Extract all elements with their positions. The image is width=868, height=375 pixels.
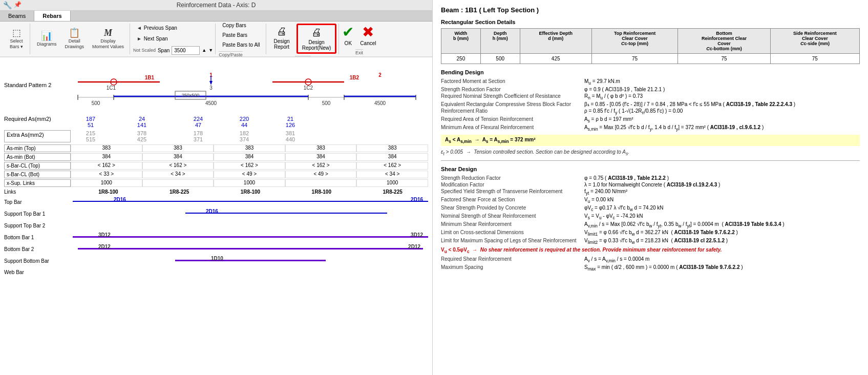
bending-row-4-label: Reinforcement Ratio <box>441 108 584 115</box>
select-bars-icon: ⬚ <box>12 28 21 37</box>
detail-drawings-button[interactable]: 📋 Detail Drawings <box>61 26 88 52</box>
paste-bars-button[interactable]: Paste Bars <box>219 31 251 39</box>
bending-row-1-label: Strength Reduction Factor <box>441 87 584 92</box>
select-bars-button[interactable]: ⬚ Select Bars ▾ <box>5 26 28 52</box>
shear-row-3-label: Factored Shear Force at Section <box>441 197 584 204</box>
span-spinner-up[interactable]: ▲ <box>202 48 206 53</box>
beam-diagram-svg: 500 4500 500 4500 1 2 3 1C1 1B1 <box>73 61 421 113</box>
req-as-bot-0: 51 <box>73 122 109 128</box>
svg-text:1B1: 1B1 <box>145 75 155 80</box>
cancel-button[interactable]: ✖ <box>362 24 374 40</box>
shear-row-3-value: Vu = 0.00 kN <box>584 197 860 204</box>
reports-group: 🖨 Design Report 🖨 Design Report(New) Rep… <box>267 24 340 54</box>
left-panel: 🔧 📌 Reinforcement Data - Axis: D Beams R… <box>0 0 433 375</box>
ok-button[interactable]: ✔ <box>342 24 354 40</box>
bending-row-5-value: As = ρ b d = 197 mm² <box>584 116 860 123</box>
support-top2-label: Support Top Bar 2 <box>4 223 71 228</box>
next-arrow-icon: ► <box>137 36 142 41</box>
shear-row-8-value: Vlimit2 = φ 0.33 √f'c bw d = 218.23 kN (… <box>584 238 860 245</box>
col-bot-reinf: BottomReinforcement ClearCoverCc-bottom … <box>678 29 770 54</box>
not-scaled-label: Not Scaled <box>133 48 156 53</box>
beam-title: Beam : 1B1 ( Left Top Section ) <box>441 6 860 14</box>
val-width: 250 <box>441 54 481 64</box>
bending-row-4-value: ρ = 0.85 f'c / fy ( 1-√(1-2Rn/0.85 f'c) … <box>584 108 860 115</box>
required-as-values: 187 51 24 141 224 47 220 44 21 126 <box>73 116 428 128</box>
extra-as-label: Extra As(mm2) <box>4 130 71 142</box>
design-report-icon: 🖨 <box>277 26 287 37</box>
svg-text:1C1: 1C1 <box>107 85 116 91</box>
bending-row-6-label: Minimum Area of Flexural Reinforcement <box>441 124 584 132</box>
val-depth: 500 <box>480 54 520 64</box>
tab-bar: Beams Rebars <box>0 11 432 22</box>
shear-row-5-value: Vs = Vu - φVc = -74.20 kN <box>584 213 860 220</box>
svg-marker-25 <box>209 81 213 85</box>
val-side-cover: 75 <box>770 54 859 64</box>
detail-drawings-label: Detail Drawings <box>65 38 84 50</box>
web-bar-label: Web Bar <box>4 269 71 275</box>
bending-row-2-label: Required Nominal Strength Coefficient of… <box>441 93 584 100</box>
span-input[interactable] <box>172 46 200 55</box>
section-details-title: Rectangular Section Details <box>441 19 860 25</box>
prev-span-button[interactable]: ◄ Previous Span <box>133 24 181 32</box>
detail-drawings-icon: 📋 <box>69 28 80 37</box>
content-area: Standard Pattern 2 500 4500 500 4500 <box>0 57 432 375</box>
design-report-label: Design Report <box>274 38 290 50</box>
select-bars-group: ⬚ Select Bars ▾ <box>3 24 30 54</box>
col-width: Width b (mm) <box>441 29 481 54</box>
diagrams-group: 📊 Diagrams 📋 Detail Drawings M Display M… <box>31 24 130 54</box>
diagrams-button[interactable]: 📊 Diagrams <box>33 29 60 49</box>
shear-req-1-label: Maximum Spacing <box>441 264 584 272</box>
ok-cancel-group: ✔ OK ✖ Cancel Exit <box>340 24 378 54</box>
shear-req-rows: Required Shear Reinforcement Av / s = Av… <box>441 256 860 272</box>
next-span-button[interactable]: ► Next Span <box>133 34 172 43</box>
pin-icon: 📌 <box>14 1 22 9</box>
bending-row-0-value: Mu = 29.7 kN.m <box>584 78 860 86</box>
tab-rebars[interactable]: Rebars <box>34 11 70 21</box>
diagrams-label: Diagrams <box>37 41 57 47</box>
web-bar-row <box>73 267 428 277</box>
prev-span-label: Previous Span <box>144 25 177 31</box>
support-top2-row <box>73 220 428 231</box>
design-report-new-icon: 🖨 <box>311 27 322 38</box>
bending-row-2-value: Rn = Mu / ( φ b d² ) = 0.73 <box>584 93 860 100</box>
span-label: Span <box>158 48 170 53</box>
shear-note: Vu < 0.5φVc → No shear reinforcement is … <box>441 247 860 254</box>
design-report-new-button[interactable]: 🖨 Design Report(New) <box>297 24 337 54</box>
shear-req-0-value: Av / s = Av,min / s = 0.0004 m <box>584 256 860 263</box>
copy-bars-button[interactable]: Copy Bars <box>219 21 250 30</box>
col-eff-depth: Effective Depth d (mm) <box>520 29 591 54</box>
svg-text:500: 500 <box>322 100 331 106</box>
tab-beams[interactable]: Beams <box>0 11 34 21</box>
svg-text:1C2: 1C2 <box>304 85 313 91</box>
support-bot-row: 1D10 <box>73 256 428 266</box>
paste-bars-all-button[interactable]: Paste Bars to All <box>219 40 263 49</box>
section-details-table: Width b (mm) Depth h (mm) Effective Dept… <box>441 28 860 64</box>
copy-paste-group: Copy Bars Paste Bars Paste Bars to All C… <box>217 24 266 54</box>
links-values: 1R8-1001R8-2251R8-1001R8-1001R8-225 <box>73 189 428 195</box>
prev-arrow-icon: ◄ <box>137 25 142 31</box>
span-spinner-down[interactable]: ▼ <box>208 48 213 53</box>
shear-row-5-label: Nominal Strength of Shear Reinforcement <box>441 213 584 220</box>
required-as-label: Required As(mm2) <box>4 116 71 128</box>
svg-text:3: 3 <box>209 85 213 91</box>
svg-text:4500: 4500 <box>374 100 386 106</box>
val-bot-cover: 75 <box>678 54 770 64</box>
shear-row-0-value: φ = 0.75 ( ACI318-19 , Table 21.2.2 ) <box>584 175 860 181</box>
shear-row-8-label: Limit for Maximum Spacing of Legs of She… <box>441 238 584 245</box>
top-bar-label: Top Bar <box>4 199 71 205</box>
col-side-reinf: Side ReinforcementClear CoverCc-side (mm… <box>770 29 859 54</box>
svg-text:2: 2 <box>378 72 382 78</box>
bottom2-row: 2D12 2D12 <box>73 244 428 254</box>
pattern-label: Standard Pattern 2 <box>4 61 71 113</box>
bending-row-3-value: β₁ = 0.85 - [0.05 (f'c - 28)] / 7 = 0.84… <box>584 101 860 107</box>
shear-row-2-value: fyt = 240.00 N/mm² <box>584 189 860 196</box>
shear-req-0-label: Required Shear Reinforcement <box>441 256 584 263</box>
design-report-button[interactable]: 🖨 Design Report <box>269 24 294 54</box>
req-as-top-0: 187 <box>73 116 109 122</box>
shear-row-1-value: λ = 1.0 for Normalweight Concrete ( ACI3… <box>584 182 860 187</box>
shear-row-4-value: φVc = φ0.17 λ √f'c bw d = 74.20 kN <box>584 205 860 212</box>
diagrams-icon: 📊 <box>41 31 52 40</box>
display-moment-button[interactable]: M Display Moment Values <box>89 26 128 52</box>
window-title: Reinforcement Data - Axis: D <box>177 2 256 9</box>
display-moment-icon: M <box>104 28 112 37</box>
